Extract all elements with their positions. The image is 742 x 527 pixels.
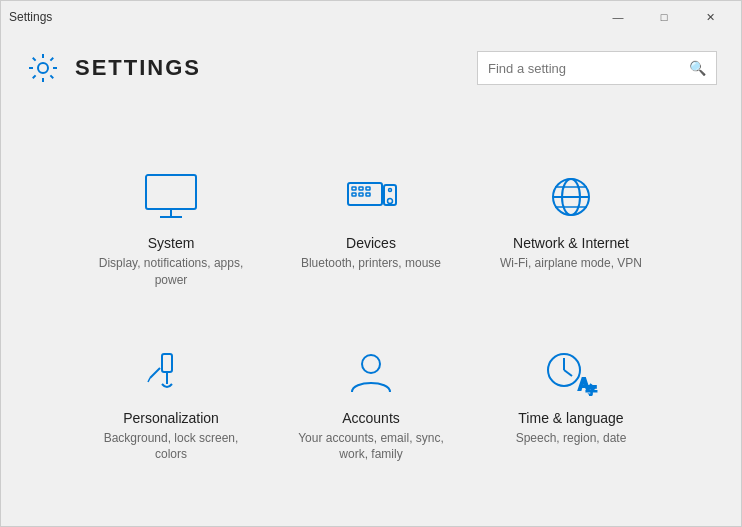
header-left: SETTINGS [25,50,477,86]
close-button[interactable]: ✕ [687,1,733,33]
accounts-desc: Your accounts, email, sync, work, family [287,430,455,464]
grid-item-accounts[interactable]: Accounts Your accounts, email, sync, wor… [271,325,471,480]
svg-rect-8 [352,193,356,196]
network-icon [541,170,601,225]
grid-item-time[interactable]: A 字 Time & language Speech, region, date [471,325,671,480]
devices-icon [341,170,401,225]
svg-rect-5 [352,187,356,190]
system-title: System [148,235,195,251]
header-title: SETTINGS [75,55,201,81]
time-icon: A 字 [541,345,601,400]
system-desc: Display, notifications, apps, power [87,255,255,289]
svg-line-26 [564,370,572,376]
svg-text:字: 字 [586,384,597,396]
system-icon [141,170,201,225]
svg-line-21 [150,368,160,378]
personalization-icon [141,345,201,400]
search-input[interactable] [488,61,689,76]
svg-rect-7 [366,187,370,190]
svg-rect-10 [366,193,370,196]
grid-item-devices[interactable]: Devices Bluetooth, printers, mouse [271,150,471,305]
svg-point-12 [388,199,393,204]
accounts-title: Accounts [342,410,400,426]
settings-gear-icon [25,50,61,86]
window-title: Settings [9,10,52,24]
svg-point-13 [389,189,392,192]
svg-line-22 [148,378,150,382]
grid-item-network[interactable]: Network & Internet Wi-Fi, airplane mode,… [471,150,671,305]
svg-rect-1 [146,175,196,209]
svg-rect-9 [359,193,363,196]
minimize-button[interactable]: — [595,1,641,33]
svg-point-0 [38,63,48,73]
search-box[interactable]: 🔍 [477,51,717,85]
time-desc: Speech, region, date [516,430,627,447]
time-title: Time & language [518,410,623,426]
svg-rect-6 [359,187,363,190]
settings-grid: System Display, notifications, apps, pow… [71,150,671,479]
svg-point-23 [362,355,380,373]
network-title: Network & Internet [513,235,629,251]
accounts-icon [341,345,401,400]
grid-item-system[interactable]: System Display, notifications, apps, pow… [71,150,271,305]
personalization-title: Personalization [123,410,219,426]
header: SETTINGS 🔍 [1,33,741,103]
maximize-button[interactable]: □ [641,1,687,33]
settings-window: Settings — □ ✕ SETTINGS 🔍 [0,0,742,527]
personalization-desc: Background, lock screen, colors [87,430,255,464]
search-icon[interactable]: 🔍 [689,60,706,76]
devices-title: Devices [346,235,396,251]
settings-grid-container: System Display, notifications, apps, pow… [1,103,741,526]
window-controls: — □ ✕ [595,1,733,33]
devices-desc: Bluetooth, printers, mouse [301,255,441,272]
title-bar: Settings — □ ✕ [1,1,741,33]
svg-rect-19 [162,354,172,372]
network-desc: Wi-Fi, airplane mode, VPN [500,255,642,272]
grid-item-personalization[interactable]: Personalization Background, lock screen,… [71,325,271,480]
